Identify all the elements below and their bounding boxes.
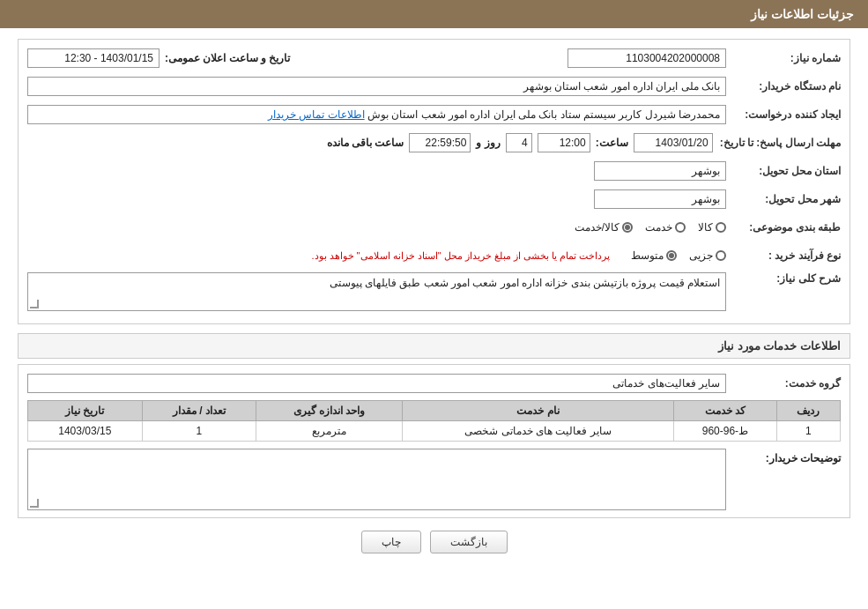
namdastgah-label: نام دستگاه خریدار:: [726, 80, 841, 93]
ijadkonande-link[interactable]: اطلاعات تماس خریدار: [268, 108, 365, 121]
ijadkonande-label: ایجاد کننده درخواست:: [726, 108, 841, 121]
col-tarikh: تاریخ نیاز: [28, 401, 143, 421]
page-title: جزئیات اطلاعات نیاز: [751, 7, 854, 21]
grohekhadamat-value: سایر فعالیت‌های خدماتی: [27, 374, 726, 393]
shomare-niaz-label: شماره نیاز:: [726, 52, 841, 64]
shahr-value: بوشهر: [594, 189, 726, 209]
tabaghe-options: کالا خدمت کالا/خدمت: [575, 221, 726, 234]
mohlat-saat-label: ساعت:: [596, 137, 628, 149]
tabaghe-option-kalakhadamat: کالا/خدمت: [575, 221, 633, 234]
col-vahed: واحد اندازه گیری: [256, 401, 403, 421]
tosif-box: [27, 449, 726, 510]
radio-kalakhadamat-label: کالا/خدمت: [575, 221, 619, 234]
cell-vahed: مترمربع: [256, 421, 403, 442]
proc-option-motevaset: متوسط: [631, 249, 677, 262]
radio-khadamat: [675, 222, 686, 233]
row-shomare-tarikh: شماره نیاز: 1103004202000008 تاریخ و ساع…: [27, 47, 841, 70]
row-tabaghe: طبقه بندی موضوعی: کالا خدمت کالا/خدمت: [27, 216, 841, 239]
col-namkhadamat: نام خدمت: [402, 401, 673, 421]
print-button[interactable]: چاپ: [361, 531, 421, 553]
row-ostan: استان محل تحویل: بوشهر: [27, 160, 841, 182]
row-sharhkoli: شرح کلی نیاز: استعلام قیمت پروژه بازتیشن…: [27, 272, 841, 311]
row-mohlat: مهلت ارسال پاسخ: تا تاریخ: 1403/01/20 سا…: [27, 131, 841, 154]
mohlat-fields: 1403/01/20 ساعت: 12:00 4 روز و 22:59:50 …: [27, 133, 713, 152]
resize-handle-sharhkoli: [30, 300, 39, 308]
row-shahr: شهر محل تحویل: بوشهر: [27, 188, 841, 211]
khadamat-section: گروه خدمت: سایر فعالیت‌های خدماتی ردیف ک…: [18, 364, 850, 518]
sharhkoli-box: استعلام قیمت پروژه بازتیشن بندی خزانه اد…: [27, 272, 726, 311]
ostan-label: استان محل تحویل:: [726, 165, 841, 177]
row-tosif: توضیحات خریدار:: [27, 449, 841, 510]
proc-option-jozi: جزیی: [689, 249, 726, 262]
namdastgah-value: بانک ملی ایران اداره امور شعب استان بوشه…: [27, 77, 726, 96]
mohlat-date: 1403/01/20: [634, 133, 713, 152]
table-header-row: ردیف کد خدمت نام خدمت واحد اندازه گیری ت…: [28, 401, 841, 421]
mohlat-rooz-label: روز و: [476, 137, 500, 149]
radio-jozi-label: جزیی: [689, 249, 713, 262]
mohlat-saat: 12:00: [538, 133, 590, 152]
row-ijadkonande: ایجاد کننده درخواست: محمدرضا شیردل کاربر…: [27, 103, 841, 126]
row-namdastgah: نام دستگاه خریدار: بانک ملی ایران اداره …: [27, 75, 841, 98]
tosif-label: توضیحات خریدار:: [726, 449, 841, 464]
mohlat-baghimande: 22:59:50: [409, 133, 471, 152]
col-tedad: تعداد / مقدار: [142, 401, 256, 421]
page-header: جزئیات اطلاعات نیاز: [0, 0, 868, 28]
table-header: ردیف کد خدمت نام خدمت واحد اندازه گیری ت…: [28, 401, 841, 421]
table-row: 1ط-96-960سایر فعالیت های خدماتی شخصیمترم…: [28, 421, 841, 442]
noefarayand-options: جزیی متوسط: [631, 249, 726, 262]
services-table: ردیف کد خدمت نام خدمت واحد اندازه گیری ت…: [27, 400, 841, 442]
tabaghe-option-khadamat: خدمت: [645, 221, 686, 234]
cell-tarikh: 1403/03/15: [28, 421, 143, 442]
noefarayand-content: جزیی متوسط پرداخت تمام یا بخشی از مبلغ خ…: [311, 249, 726, 262]
sharhkoli-value: استعلام قیمت پروژه بازتیشن بندی خزانه اد…: [330, 277, 720, 289]
table-body: 1ط-96-960سایر فعالیت های خدماتی شخصیمترم…: [28, 421, 841, 442]
cell-radif: 1: [776, 421, 840, 442]
resize-handle-tosif: [30, 499, 39, 508]
row-noefarayand: نوع فرآیند خرید : جزیی متوسط پرداخت تمام…: [27, 244, 841, 267]
radio-jozi: [716, 250, 726, 261]
tabaghe-option-kala: کالا: [698, 221, 726, 234]
shomare-niaz-value: 1103004202000008: [568, 48, 726, 68]
proc-warning: پرداخت تمام یا بخشی از مبلغ خریداز محل "…: [311, 250, 610, 262]
grohekhadamat-label: گروه خدمت:: [726, 377, 841, 390]
radio-motevaset: [666, 250, 677, 261]
tarikh-value: 1403/01/15 - 12:30: [27, 48, 160, 68]
mohlat-label: مهلت ارسال پاسخ: تا تاریخ:: [713, 137, 841, 149]
khadamat-section-title: اطلاعات خدمات مورد نیاز: [18, 333, 850, 359]
radio-khadamat-label: خدمت: [645, 221, 672, 234]
cell-namKhadamat: سایر فعالیت های خدماتی شخصی: [402, 421, 673, 442]
col-kodkhadamat: کد خدمت: [674, 401, 777, 421]
cell-tedad: 1: [142, 421, 256, 442]
noefarayand-label: نوع فرآیند خرید :: [726, 249, 841, 262]
ijadkonande-text: محمدرضا شیردل کاربر سیستم ستاد بانک ملی …: [367, 108, 720, 121]
row-grohekhadamat: گروه خدمت: سایر فعالیت‌های خدماتی: [27, 372, 841, 395]
radio-motevaset-label: متوسط: [631, 249, 664, 262]
cell-kodKhadamat: ط-96-960: [674, 421, 777, 442]
mohlat-baghimande-label: ساعت باقی مانده: [327, 137, 404, 149]
tarikh-label: تاریخ و ساعت اعلان عمومی:: [165, 52, 290, 64]
radio-kala: [716, 222, 726, 233]
tabaghe-label: طبقه بندی موضوعی:: [726, 221, 841, 234]
radio-kalakhadamat: [622, 222, 633, 233]
buttons-row: بازگشت چاپ: [18, 531, 850, 568]
shahr-label: شهر محل تحویل:: [726, 193, 841, 205]
back-button[interactable]: بازگشت: [430, 531, 508, 553]
sharhkoli-label: شرح کلی نیاز:: [726, 272, 841, 285]
ijadkonande-value: محمدرضا شیردل کاربر سیستم ستاد بانک ملی …: [27, 105, 726, 124]
col-radif: ردیف: [776, 401, 840, 421]
form-section: شماره نیاز: 1103004202000008 تاریخ و ساع…: [18, 39, 850, 324]
ostan-value: بوشهر: [594, 161, 726, 181]
mohlat-rooz: 4: [506, 133, 532, 152]
radio-kala-label: کالا: [698, 221, 713, 234]
